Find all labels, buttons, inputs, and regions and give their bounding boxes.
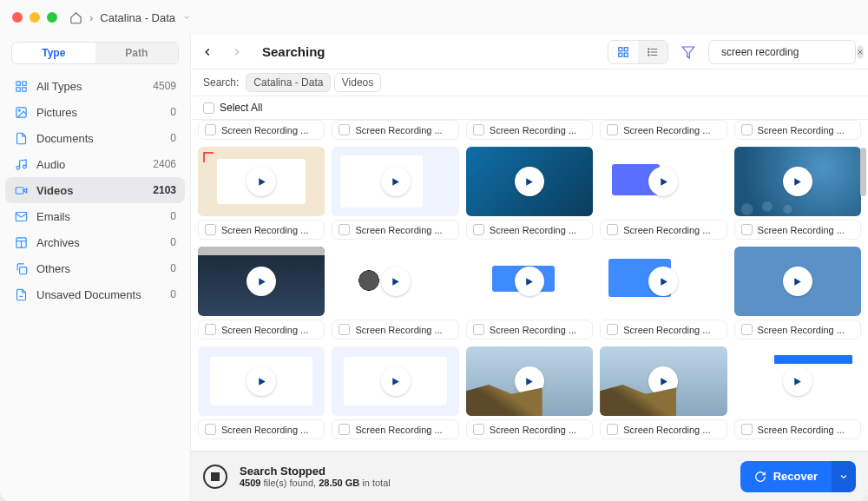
play-button[interactable] bbox=[783, 267, 812, 296]
result-card[interactable]: Screen Recording ... bbox=[198, 346, 325, 439]
maximize-window-button[interactable] bbox=[47, 12, 57, 23]
result-checkbox[interactable] bbox=[205, 424, 216, 435]
result-card[interactable]: Screen Recording ... bbox=[600, 247, 727, 339]
clear-search-button[interactable] bbox=[857, 45, 864, 59]
result-checkbox[interactable] bbox=[205, 324, 216, 335]
result-checkbox[interactable] bbox=[741, 324, 753, 335]
video-thumbnail[interactable] bbox=[466, 147, 593, 216]
scrollbar-thumb[interactable] bbox=[860, 148, 866, 196]
sidebar-item-archives[interactable]: Archives0 bbox=[5, 229, 185, 255]
play-button[interactable] bbox=[247, 267, 276, 296]
result-checkbox[interactable] bbox=[339, 424, 350, 435]
result-checkbox[interactable] bbox=[205, 124, 216, 135]
search-input[interactable] bbox=[721, 46, 852, 58]
stop-search-button[interactable] bbox=[203, 465, 227, 489]
result-card[interactable]: Screen Recording ... bbox=[734, 247, 861, 339]
video-thumbnail[interactable] bbox=[734, 247, 861, 316]
result-checkbox[interactable] bbox=[205, 224, 216, 235]
sidebar-item-audio[interactable]: Audio2406 bbox=[5, 151, 185, 177]
result-checkbox[interactable] bbox=[741, 224, 753, 235]
breadcrumb[interactable]: › Catalina - Data bbox=[69, 11, 191, 24]
segment-path[interactable]: Path bbox=[95, 43, 179, 63]
result-card[interactable]: Screen Recording ... bbox=[600, 120, 727, 140]
result-card[interactable]: Screen Recording ... bbox=[332, 147, 458, 240]
result-card[interactable]: Screen Recording ... bbox=[198, 147, 325, 240]
video-thumbnail[interactable] bbox=[600, 147, 727, 216]
select-all-row[interactable]: Select All bbox=[191, 96, 868, 120]
segment-type[interactable]: Type bbox=[12, 43, 95, 63]
result-checkbox[interactable] bbox=[473, 124, 484, 135]
result-card[interactable]: Screen Recording ... bbox=[466, 147, 593, 240]
recover-menu-button[interactable] bbox=[832, 461, 856, 492]
result-card[interactable]: Screen Recording ... bbox=[600, 147, 727, 240]
play-button[interactable] bbox=[783, 366, 812, 396]
video-thumbnail[interactable] bbox=[466, 247, 593, 316]
result-checkbox[interactable] bbox=[741, 424, 753, 435]
result-card[interactable]: Screen Recording ... bbox=[734, 346, 861, 439]
video-thumbnail[interactable] bbox=[734, 346, 861, 416]
result-card[interactable]: Screen Recording ... bbox=[198, 120, 325, 140]
results-scroll-area[interactable]: Screen Recording ...Screen Recording ...… bbox=[191, 120, 868, 451]
sidebar-item-all[interactable]: All Types4509 bbox=[5, 73, 185, 99]
result-card[interactable]: Screen Recording ... bbox=[332, 247, 458, 339]
select-all-checkbox[interactable] bbox=[203, 102, 214, 114]
filter-button[interactable] bbox=[675, 40, 701, 64]
result-card[interactable]: Screen Recording ... bbox=[466, 120, 593, 140]
result-card[interactable]: Screen Recording ... bbox=[332, 346, 458, 439]
result-card[interactable]: Screen Recording ... bbox=[600, 346, 727, 439]
result-card[interactable]: Screen Recording ... bbox=[734, 120, 861, 140]
result-checkbox[interactable] bbox=[473, 224, 484, 235]
play-button[interactable] bbox=[247, 366, 276, 396]
result-checkbox[interactable] bbox=[607, 324, 618, 335]
result-checkbox[interactable] bbox=[607, 224, 618, 235]
video-thumbnail[interactable] bbox=[198, 147, 325, 216]
video-thumbnail[interactable] bbox=[600, 346, 727, 416]
minimize-window-button[interactable] bbox=[30, 12, 40, 23]
play-button[interactable] bbox=[381, 167, 411, 196]
play-button[interactable] bbox=[783, 167, 812, 196]
play-button[interactable] bbox=[515, 167, 544, 196]
sidebar-item-others[interactable]: Others0 bbox=[5, 255, 185, 281]
nav-forward-button[interactable] bbox=[226, 41, 248, 63]
result-card[interactable]: Screen Recording ... bbox=[734, 147, 861, 240]
filter-chip[interactable]: Videos bbox=[334, 73, 381, 92]
video-thumbnail[interactable] bbox=[734, 147, 861, 216]
result-card[interactable]: Screen Recording ... bbox=[466, 247, 593, 339]
nav-back-button[interactable] bbox=[196, 41, 219, 63]
video-thumbnail[interactable] bbox=[600, 247, 727, 316]
video-thumbnail[interactable] bbox=[198, 346, 325, 416]
play-button[interactable] bbox=[648, 267, 678, 296]
play-button[interactable] bbox=[381, 366, 411, 396]
recover-button[interactable]: Recover bbox=[740, 461, 832, 492]
video-thumbnail[interactable] bbox=[332, 346, 458, 416]
sidebar-item-docs[interactable]: Documents0 bbox=[5, 125, 185, 151]
sidebar-item-unsaved[interactable]: Unsaved Documents0 bbox=[5, 281, 185, 307]
result-checkbox[interactable] bbox=[339, 224, 350, 235]
play-button[interactable] bbox=[515, 366, 544, 396]
result-checkbox[interactable] bbox=[473, 324, 484, 335]
view-list-button[interactable] bbox=[638, 41, 667, 63]
play-button[interactable] bbox=[247, 167, 276, 196]
result-checkbox[interactable] bbox=[607, 424, 618, 435]
play-button[interactable] bbox=[515, 267, 544, 296]
result-checkbox[interactable] bbox=[339, 124, 350, 135]
result-checkbox[interactable] bbox=[339, 324, 350, 335]
result-checkbox[interactable] bbox=[607, 124, 618, 135]
play-button[interactable] bbox=[648, 366, 678, 396]
result-checkbox[interactable] bbox=[741, 124, 753, 135]
result-checkbox[interactable] bbox=[473, 424, 484, 435]
play-button[interactable] bbox=[648, 167, 678, 196]
video-thumbnail[interactable] bbox=[332, 147, 458, 216]
video-thumbnail[interactable] bbox=[198, 247, 325, 316]
result-card[interactable]: Screen Recording ... bbox=[198, 247, 325, 339]
search-field[interactable] bbox=[708, 40, 856, 64]
result-card[interactable]: Screen Recording ... bbox=[332, 120, 458, 140]
video-thumbnail[interactable] bbox=[332, 247, 458, 316]
video-thumbnail[interactable] bbox=[466, 346, 593, 416]
sidebar-item-pictures[interactable]: Pictures0 bbox=[5, 99, 185, 125]
sidebar-item-emails[interactable]: Emails0 bbox=[5, 203, 185, 229]
sidebar-item-videos[interactable]: Videos2103 bbox=[5, 177, 185, 203]
filter-chip[interactable]: Catalina - Data bbox=[246, 73, 331, 92]
view-grid-button[interactable] bbox=[608, 41, 638, 63]
play-button[interactable] bbox=[381, 267, 411, 296]
